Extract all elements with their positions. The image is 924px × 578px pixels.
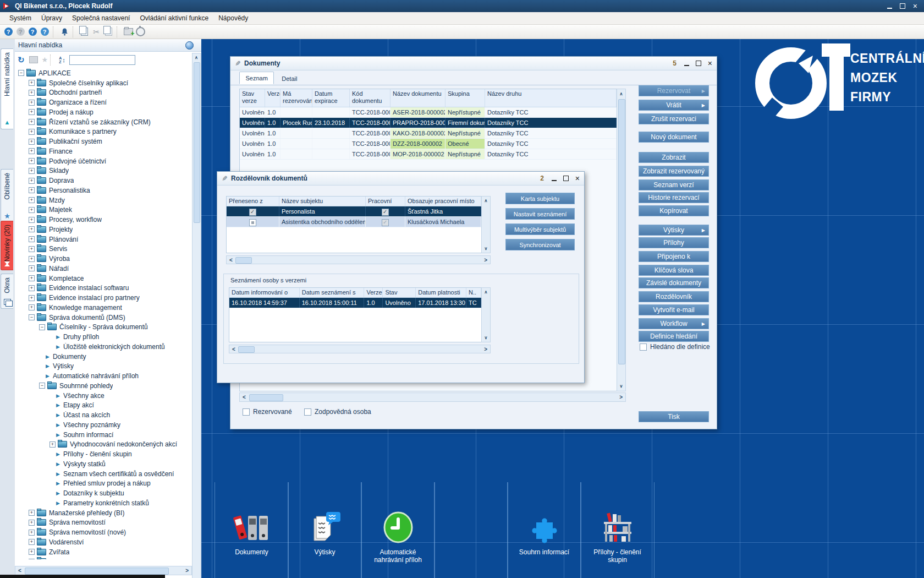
tree-item-podvojn-etnictv[interactable]: +Podvojné účetnictví — [15, 156, 192, 166]
subject-row[interactable]: PersonalistaŠťastná Jitka — [227, 206, 481, 217]
window-close-button[interactable]: × — [708, 61, 712, 66]
tree-item-projekty[interactable]: +Projekty — [15, 225, 192, 235]
version-row[interactable]: 16.10.2018 14:59:3716.10.2018 15:00:111.… — [229, 298, 481, 308]
button-v-tisky[interactable]: Výtisky▶ — [639, 225, 709, 236]
tree-item-v-skyty-statk[interactable]: ▶Výskyty statků — [15, 459, 192, 469]
column-header-pracovn-m-sto[interactable]: Pracovní místo — [366, 197, 405, 206]
tree-item-souhrnn-pohledy[interactable]: −Souhrnné pohledy — [15, 381, 192, 391]
subjects-vertical-scrollbar[interactable]: ∧ ∨ — [481, 196, 491, 253]
tree-expand-icon[interactable]: + — [50, 441, 56, 448]
tree-vertical-scrollbar[interactable]: ∧ ∨ — [192, 53, 201, 578]
documents-horizontal-scrollbar[interactable]: < > — [239, 392, 626, 402]
tree-expand-icon[interactable]: + — [29, 148, 35, 154]
window-maximize-button[interactable] — [696, 61, 701, 66]
tree-expand-icon[interactable]: − — [18, 70, 24, 76]
button-historie-rezervac[interactable]: Historie rezervací — [639, 192, 709, 203]
button-rezervovat[interactable]: Rezervovat▶ — [639, 85, 709, 96]
tree-item-dotazn-ky-k-subjektu[interactable]: ▶Dotazníky k subjektu — [15, 488, 192, 498]
document-row[interactable]: Uvolněno1.0Plocek Rudolf23.10.2018TCC-20… — [240, 118, 617, 128]
tree-horizontal-scrollbar[interactable]: < > — [15, 566, 192, 575]
window-close-button[interactable]: × — [575, 176, 580, 181]
tree-item-komunikace-s-partnery[interactable]: +Komunikace s partnery — [15, 127, 192, 137]
tree-expand-icon[interactable]: + — [29, 530, 35, 536]
tree-item-dokumenty[interactable]: ▶Dokumenty — [15, 352, 192, 362]
button-definice-hled-n[interactable]: Definice hledání — [639, 331, 709, 342]
button-rozd-lovn-k[interactable]: Rozdělovník — [639, 291, 709, 302]
scroll-right-icon[interactable]: > — [619, 393, 623, 401]
scroll-up-icon[interactable]: ∧ — [482, 198, 490, 203]
column-header-n-zev-druhu[interactable]: Název druhu — [485, 89, 617, 107]
document-row[interactable]: Uvolněno1.0TCC-2018-000003KAKO-2018-0000… — [240, 128, 617, 139]
sidebar-tab-hlavni-nabidka[interactable]: Hlavní nabídka ▲ — [1, 48, 13, 129]
tree-item-procesy-workflow[interactable]: +Procesy, workflow — [15, 215, 192, 225]
window-minimize-button[interactable] — [684, 61, 689, 66]
tree-expand-icon[interactable]: + — [29, 109, 35, 115]
tree-expand-icon[interactable]: + — [29, 207, 35, 213]
column-header-n-zev-dokumentu[interactable]: Název dokumentu — [391, 89, 446, 107]
tree-item-finance[interactable]: +Finance — [15, 146, 192, 156]
filter-checkbox-zodpovedna-osoba[interactable]: Zodpovědná osoba — [304, 408, 371, 416]
tree-item-spr-va-nemovitost[interactable]: +Správa nemovitostí — [15, 518, 192, 528]
documents-window-titlebar[interactable]: ✎ Dokumenty 5 × — [230, 57, 717, 70]
stopwatch-icon[interactable] — [135, 26, 146, 37]
menu-search-input[interactable] — [69, 55, 135, 65]
desktop-icon-souhrn-informaci[interactable]: Souhrn informací — [507, 482, 581, 578]
scroll-up-icon[interactable]: ∧ — [193, 55, 200, 60]
tree-item-seznam-v-ech-certifik-t-a-osv-d-en[interactable]: ▶Seznam všech certifikátů a osvědčení — [15, 469, 192, 479]
tree-expand-icon[interactable]: + — [29, 304, 35, 310]
sort-az-icon[interactable]: AZ — [59, 56, 62, 64]
tree-expand-icon[interactable]: + — [29, 119, 35, 125]
button-nastavit-sezn-men[interactable]: Nastavit seznámení — [505, 208, 575, 220]
tree-item-prodej-a-n-kup[interactable]: +Prodej a nákup — [15, 107, 192, 117]
checkbox-indeterminate[interactable] — [249, 219, 256, 226]
app-minimize-button[interactable] — [887, 3, 892, 9]
window-minimize-button[interactable] — [552, 176, 557, 181]
button-zobrazit[interactable]: Zobrazit — [639, 152, 709, 163]
tree-expand-icon[interactable]: + — [29, 187, 35, 193]
tree-item-parametry-konkr-tn-ch-statk[interactable]: ▶Parametry konkrétních statků — [15, 498, 192, 508]
column-header-verze[interactable]: Verze — [265, 89, 280, 107]
collapse-up-arrow-icon[interactable]: ▲ — [4, 119, 10, 126]
sidebar-tab-okna[interactable]: Okna — [1, 274, 13, 309]
scroll-right-icon[interactable]: > — [484, 345, 487, 353]
search-definition-checkbox[interactable]: Hledáno dle definice — [640, 343, 710, 351]
versions-horizontal-scrollbar[interactable]: < > — [229, 345, 491, 353]
checkbox[interactable] — [640, 343, 647, 351]
column-header-datum-sezn-men-s-verz[interactable]: Datum seznámení s verzí — [300, 288, 365, 297]
tree-expand-icon[interactable]: + — [29, 236, 35, 242]
button-p-ipojeno-k[interactable]: Připojeno k — [639, 251, 709, 262]
refresh-icon[interactable]: ↻ — [18, 55, 25, 65]
help-circle-icon[interactable]: ? — [27, 26, 38, 37]
checkbox[interactable] — [304, 408, 311, 416]
subjects-horizontal-scrollbar[interactable]: < > — [226, 255, 491, 264]
tree-expand-icon[interactable]: + — [29, 90, 35, 96]
tree-item-doprava[interactable]: +Doprava — [15, 176, 192, 186]
scroll-down-icon[interactable]: ∨ — [482, 246, 490, 251]
tree-item-kompletace[interactable]: +Kompletace — [15, 274, 192, 283]
checkbox[interactable] — [243, 408, 250, 416]
button-vytvo-it-e-mail[interactable]: Vytvořit e-mail — [639, 304, 709, 315]
scroll-left-icon[interactable]: < — [18, 566, 21, 575]
tree-item-v-echny-pozn-mky[interactable]: ▶Všechny poznámky — [15, 420, 192, 430]
scrollbar-thumb[interactable] — [194, 62, 200, 223]
tree-item-zv-ata[interactable]: +Zvířata — [15, 547, 192, 557]
tree-item-lo-i-t-elektronick-ch-dokument[interactable]: ▶Úložiště elektronických dokumentů — [15, 342, 192, 352]
sidebar-tab-oblibene[interactable]: Oblíbené ★ — [1, 169, 13, 224]
checkbox-checked[interactable] — [382, 219, 389, 226]
bell-icon[interactable] — [59, 26, 70, 37]
distribution-window-titlebar[interactable]: ✎ Rozdělovník dokumentů 2 × — [217, 172, 584, 186]
scroll-right-icon[interactable]: > — [185, 566, 189, 575]
column-header-stav-verze[interactable]: Stav verze — [383, 288, 416, 297]
button-nov-dokument[interactable]: Nový dokument — [639, 132, 709, 143]
button-multiv-b-r-subjekt[interactable]: Multivýběr subjektů — [505, 223, 575, 235]
tree-item-personalistika[interactable]: +Personalistika — [15, 186, 192, 195]
tree-expand-icon[interactable]: + — [29, 246, 35, 252]
column-header-datum-platnosti-od[interactable]: Datum platnosti od — [416, 288, 466, 297]
tree-item-n-ad[interactable]: +Nářadí — [15, 264, 192, 274]
tree-item-druhy-p-loh[interactable]: ▶Druhy příloh — [15, 332, 192, 342]
desktop-icon-vytisky[interactable]: Výtisky — [288, 482, 362, 578]
tree-expand-icon[interactable]: + — [29, 168, 35, 174]
button-synchronizovat[interactable]: Synchronizovat — [505, 239, 575, 250]
tree-item-organizace-a-zen[interactable]: +Organizace a řízení — [15, 97, 192, 107]
subjects-table-header[interactable]: Přeneseno z druhuNázev subjektuPracovní … — [227, 197, 481, 206]
